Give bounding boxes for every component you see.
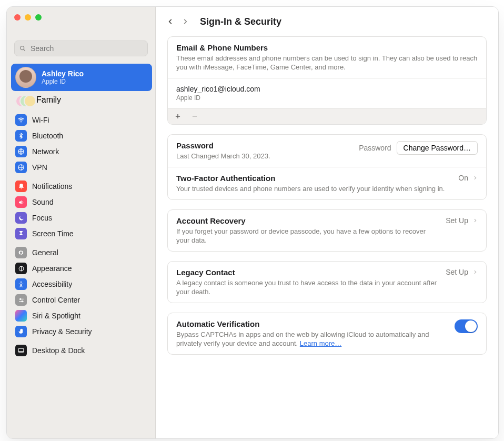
- sound-icon: [15, 196, 27, 208]
- email-sub: Apple ID: [176, 94, 478, 102]
- remove-email-button: [190, 112, 199, 121]
- svg-point-2: [21, 122, 21, 123]
- svg-point-10: [22, 300, 23, 302]
- two-factor-heading: Two-Factor Authentication: [176, 174, 452, 183]
- sliders-icon: [15, 294, 27, 306]
- sidebar-item-label: Siri & Spotlight: [32, 312, 80, 320]
- sidebar-item-label: Focus: [32, 214, 52, 222]
- add-email-button[interactable]: [173, 112, 183, 121]
- sidebar-item-focus[interactable]: Focus: [11, 210, 152, 226]
- recovery-heading: Account Recovery: [176, 216, 439, 225]
- legacy-card: Legacy Contact A legacy contact is someo…: [167, 261, 487, 303]
- siri-icon: [15, 310, 27, 322]
- sidebar-item-label: Accessibility: [32, 280, 72, 288]
- minimize-window-button[interactable]: [25, 14, 31, 21]
- sidebar-item-family[interactable]: Family: [11, 91, 152, 109]
- sidebar-item-network[interactable]: Network: [11, 144, 152, 159]
- sidebar-item-label: Desktop & Dock: [32, 346, 85, 355]
- sidebar-item-bluetooth[interactable]: Bluetooth: [11, 128, 152, 144]
- chevron-right-icon: [472, 268, 478, 276]
- sidebar-item-label: Notifications: [32, 182, 72, 191]
- email-row[interactable]: ashley_rico1@icloud.com Apple ID: [168, 78, 486, 108]
- toolbar: Sign-In & Security: [156, 7, 498, 36]
- wifi-icon: [15, 114, 27, 126]
- network-icon: [15, 146, 27, 157]
- family-icon: [15, 94, 31, 106]
- email-phone-card: Email & Phone Numbers These email addres…: [167, 36, 487, 125]
- search-icon: [19, 45, 26, 52]
- auto-verify-card: Automatic Verification Bypass CAPTCHAs i…: [167, 313, 487, 355]
- legacy-row[interactable]: Legacy Contact A legacy contact is someo…: [168, 262, 486, 303]
- email-value: ashley_rico1@icloud.com: [176, 85, 478, 93]
- moon-icon: [15, 212, 27, 224]
- sidebar-item-apple-id[interactable]: Ashley Rico Apple ID: [11, 64, 152, 91]
- close-window-button[interactable]: [14, 14, 21, 21]
- legacy-desc: A legacy contact is someone you trust to…: [176, 278, 439, 296]
- two-factor-desc: Your trusted devices and phone numbers a…: [176, 184, 452, 193]
- svg-line-1: [24, 49, 25, 51]
- sidebar-item-sound[interactable]: Sound: [11, 194, 152, 210]
- settings-window: Ashley Rico Apple ID Family Wi-Fi Blueto…: [6, 6, 499, 439]
- two-factor-row[interactable]: Two-Factor Authentication Your trusted d…: [168, 167, 486, 199]
- vpn-icon: [15, 162, 27, 173]
- sidebar-item-screen-time[interactable]: Screen Time: [11, 226, 152, 242]
- sidebar-item-privacy-security[interactable]: Privacy & Security: [11, 324, 152, 339]
- two-factor-value: On: [458, 174, 468, 182]
- search-field[interactable]: [14, 41, 148, 56]
- chevron-right-icon: [472, 174, 478, 182]
- search-input[interactable]: [29, 44, 143, 53]
- forward-button[interactable]: [178, 14, 193, 29]
- window-controls: [14, 14, 42, 21]
- recovery-desc: If you forget your password or device pa…: [176, 227, 439, 245]
- zoom-window-button[interactable]: [35, 14, 42, 21]
- email-add-remove-bar: [168, 108, 486, 124]
- svg-point-8: [19, 298, 21, 299]
- sidebar-item-label: Sound: [32, 198, 53, 206]
- auto-verify-toggle[interactable]: [455, 319, 478, 333]
- sidebar-item-wifi[interactable]: Wi-Fi: [11, 112, 152, 128]
- hourglass-icon: [15, 228, 27, 239]
- hand-icon: [15, 326, 27, 337]
- sidebar-item-control-center[interactable]: Control Center: [11, 292, 152, 308]
- recovery-row[interactable]: Account Recovery If you forget your pass…: [168, 210, 486, 251]
- user-subtitle: Apple ID: [42, 78, 84, 85]
- sidebar-item-appearance[interactable]: Appearance: [11, 260, 152, 276]
- password-card: Password Last Changed March 30, 2023. Pa…: [167, 134, 487, 200]
- auto-verify-desc: Bypass CAPTCHAs in apps and on the web b…: [176, 330, 448, 348]
- sidebar-item-label: Screen Time: [32, 229, 74, 238]
- sidebar-item-general[interactable]: General: [11, 245, 152, 260]
- sidebar-item-label: Wi-Fi: [32, 116, 49, 124]
- bluetooth-icon: [15, 130, 27, 142]
- accessibility-icon: [15, 278, 27, 290]
- password-label: Password: [359, 144, 391, 152]
- desktop-icon: [15, 345, 27, 356]
- sidebar-item-siri-spotlight[interactable]: Siri & Spotlight: [11, 308, 152, 324]
- password-sub: Last Changed March 30, 2023.: [176, 152, 352, 161]
- svg-point-6: [21, 282, 22, 283]
- chevron-right-icon: [472, 217, 478, 224]
- sidebar-item-label: General: [32, 248, 58, 257]
- sidebar-item-label: Control Center: [32, 296, 80, 304]
- learn-more-link[interactable]: Learn more…: [300, 339, 341, 347]
- sidebar-item-notifications[interactable]: Notifications: [11, 178, 152, 194]
- change-password-button[interactable]: Change Password…: [397, 141, 478, 155]
- svg-point-0: [21, 46, 24, 50]
- back-button[interactable]: [163, 14, 178, 29]
- recovery-card: Account Recovery If you forget your pass…: [167, 209, 487, 252]
- sidebar-item-label: VPN: [32, 163, 47, 172]
- sidebar-item-label: Network: [32, 147, 59, 156]
- sidebar-item-vpn[interactable]: VPN: [11, 159, 152, 175]
- svg-rect-11: [18, 348, 24, 352]
- user-avatar: [15, 67, 36, 88]
- appearance-icon: [15, 263, 27, 274]
- legacy-value: Set Up: [446, 268, 468, 276]
- gear-icon: [15, 247, 27, 258]
- sidebar-item-desktop-dock[interactable]: Desktop & Dock: [11, 343, 152, 358]
- page-title: Sign-In & Security: [200, 16, 281, 27]
- password-heading: Password: [176, 141, 352, 150]
- bell-icon: [15, 181, 27, 192]
- email-phone-desc: These email addresses and phone numbers …: [176, 54, 478, 72]
- sidebar-item-label: Family: [36, 95, 61, 105]
- legacy-heading: Legacy Contact: [176, 268, 439, 277]
- sidebar-item-accessibility[interactable]: Accessibility: [11, 276, 152, 292]
